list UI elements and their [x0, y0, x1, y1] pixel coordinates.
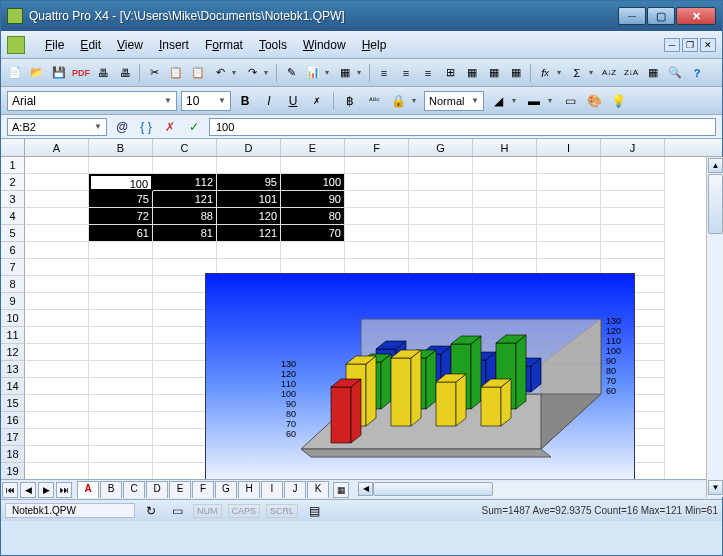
underline-button[interactable]: U — [283, 91, 303, 111]
cell-A2[interactable] — [25, 174, 89, 191]
cell-A9[interactable] — [25, 293, 89, 310]
row-header-2[interactable]: 2 — [1, 174, 25, 191]
cell-G6[interactable] — [409, 242, 473, 259]
cell-H1[interactable] — [473, 157, 537, 174]
menu-window[interactable]: Window — [295, 36, 354, 54]
cell-A5[interactable] — [25, 225, 89, 242]
cell-A19[interactable] — [25, 463, 89, 479]
tab-next-button[interactable]: ▶ — [38, 482, 54, 498]
column-header-D[interactable]: D — [217, 139, 281, 156]
row-header-16[interactable]: 16 — [1, 412, 25, 429]
row-header-1[interactable]: 1 — [1, 157, 25, 174]
copy-icon[interactable]: 📋 — [166, 63, 186, 83]
sum-dropdown[interactable]: ▾ — [589, 68, 597, 77]
borders-icon[interactable]: ▦ — [462, 63, 482, 83]
align-right-icon[interactable]: ≡ — [418, 63, 438, 83]
cell-A15[interactable] — [25, 395, 89, 412]
fill-icon[interactable]: ▦ — [484, 63, 504, 83]
cell-D5[interactable]: 121 — [217, 225, 281, 242]
cell-H5[interactable] — [473, 225, 537, 242]
print-preview-icon[interactable]: 🖶 — [115, 63, 135, 83]
menu-view[interactable]: View — [109, 36, 151, 54]
cell-F1[interactable] — [345, 157, 409, 174]
cell-reference-box[interactable]: A:B2 ▼ — [7, 118, 107, 136]
column-header-H[interactable]: H — [473, 139, 537, 156]
cell-H2[interactable] — [473, 174, 537, 191]
menu-insert[interactable]: Insert — [151, 36, 197, 54]
row-header-10[interactable]: 10 — [1, 310, 25, 327]
cell-J1[interactable] — [601, 157, 665, 174]
cell-A13[interactable] — [25, 361, 89, 378]
cut-icon[interactable]: ✂ — [144, 63, 164, 83]
cell-A18[interactable] — [25, 446, 89, 463]
table-icon[interactable]: ▦ — [643, 63, 663, 83]
cell-B6[interactable] — [89, 242, 153, 259]
cell-D2[interactable]: 95 — [217, 174, 281, 191]
cell-C1[interactable] — [153, 157, 217, 174]
at-button[interactable]: @ — [113, 118, 131, 136]
merge-icon[interactable]: ⊞ — [440, 63, 460, 83]
cell-H6[interactable] — [473, 242, 537, 259]
open-icon[interactable]: 📂 — [27, 63, 47, 83]
pdf-icon[interactable]: PDF — [71, 63, 91, 83]
cell-G4[interactable] — [409, 208, 473, 225]
zoom-icon[interactable]: 🔍 — [665, 63, 685, 83]
row-header-17[interactable]: 17 — [1, 429, 25, 446]
cell-A8[interactable] — [25, 276, 89, 293]
undo-icon[interactable]: ↶ — [210, 63, 230, 83]
cell-B19[interactable] — [89, 463, 153, 479]
cell-B11[interactable] — [89, 327, 153, 344]
cell-B14[interactable] — [89, 378, 153, 395]
cell-B16[interactable] — [89, 412, 153, 429]
cell-H4[interactable] — [473, 208, 537, 225]
cell-F4[interactable] — [345, 208, 409, 225]
mdi-close[interactable]: ✕ — [700, 38, 716, 52]
maximize-button[interactable]: ▢ — [647, 7, 675, 25]
column-header-A[interactable]: A — [25, 139, 89, 156]
text-color-button[interactable]: ◢ — [488, 91, 508, 111]
cell-E6[interactable] — [281, 242, 345, 259]
bold-button[interactable]: B — [235, 91, 255, 111]
sheet-tab-F[interactable]: F — [192, 481, 214, 498]
align-left-icon[interactable]: ≡ — [374, 63, 394, 83]
tab-add-button[interactable]: ▦ — [333, 482, 349, 498]
calc-icon[interactable]: ▭ — [167, 501, 187, 521]
cell-C2[interactable]: 112 — [153, 174, 217, 191]
sheet-tab-K[interactable]: K — [307, 481, 329, 498]
cell-B18[interactable] — [89, 446, 153, 463]
insert-icon[interactable]: ▦ — [335, 63, 355, 83]
cell-B4[interactable]: 72 — [89, 208, 153, 225]
sort-desc-icon[interactable]: Z↓A — [621, 63, 641, 83]
cell-B10[interactable] — [89, 310, 153, 327]
macro-icon[interactable]: ▤ — [304, 501, 324, 521]
cell-I1[interactable] — [537, 157, 601, 174]
cell-C3[interactable]: 121 — [153, 191, 217, 208]
cell-B5[interactable]: 61 — [89, 225, 153, 242]
new-icon[interactable]: 📄 — [5, 63, 25, 83]
mdi-restore[interactable]: ❐ — [682, 38, 698, 52]
column-header-I[interactable]: I — [537, 139, 601, 156]
cell-J2[interactable] — [601, 174, 665, 191]
comment-button[interactable]: ▭ — [560, 91, 580, 111]
cell-I2[interactable] — [537, 174, 601, 191]
menu-file[interactable]: File — [37, 36, 72, 54]
column-header-J[interactable]: J — [601, 139, 665, 156]
print-icon[interactable]: 🖶 — [93, 63, 113, 83]
sheet-tab-I[interactable]: I — [261, 481, 283, 498]
cells-area[interactable]: 100112951007512110190728812080618112170 — [25, 157, 722, 479]
cell-J4[interactable] — [601, 208, 665, 225]
tab-first-button[interactable]: ⏮ — [2, 482, 18, 498]
row-header-18[interactable]: 18 — [1, 446, 25, 463]
quickformat-icon[interactable]: ✎ — [281, 63, 301, 83]
mdi-minimize[interactable]: ─ — [664, 38, 680, 52]
chart-dropdown[interactable]: ▾ — [325, 68, 333, 77]
accept-icon[interactable]: ✓ — [185, 118, 203, 136]
cell-A7[interactable] — [25, 259, 89, 276]
cell-G3[interactable] — [409, 191, 473, 208]
cell-F3[interactable] — [345, 191, 409, 208]
cell-A1[interactable] — [25, 157, 89, 174]
cell-D1[interactable] — [217, 157, 281, 174]
lock-dropdown[interactable]: ▾ — [412, 96, 420, 105]
row-header-6[interactable]: 6 — [1, 242, 25, 259]
sheet-tab-H[interactable]: H — [238, 481, 260, 498]
